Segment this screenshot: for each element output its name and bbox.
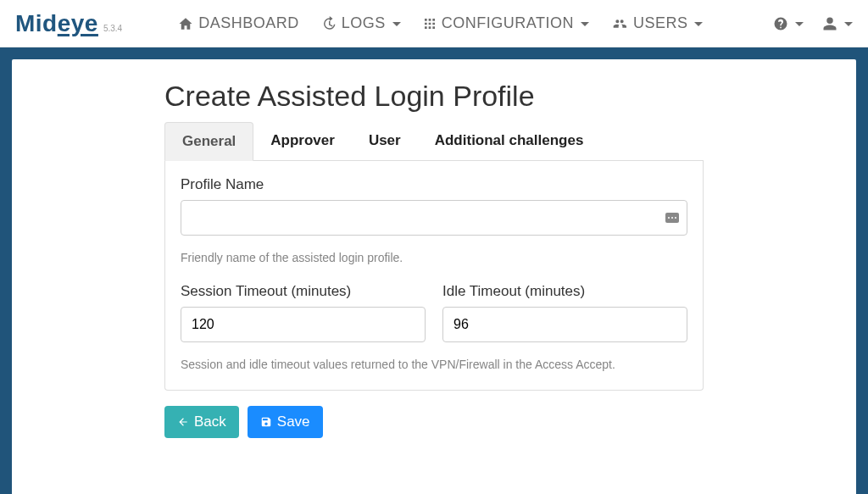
help-icon (773, 16, 788, 31)
profile-name-group: Profile Name Friendly name of the assist… (181, 176, 687, 264)
brand-logo[interactable]: Mideye 5.3.4 (15, 10, 122, 37)
idle-timeout-group: Idle Timeout (minutes) (442, 283, 687, 342)
nav-help[interactable] (773, 16, 804, 31)
ellipsis-icon[interactable] (665, 213, 679, 223)
caret-down-icon (844, 22, 853, 26)
nav-dashboard[interactable]: DASHBOARD (178, 14, 299, 32)
idle-timeout-label: Idle Timeout (minutes) (442, 283, 687, 300)
tab-approver[interactable]: Approver (253, 122, 352, 161)
nav-users-label: USERS (633, 14, 688, 32)
tab-additional[interactable]: Additional challenges (418, 122, 601, 161)
arrow-left-icon (177, 416, 189, 428)
nav-account[interactable] (822, 16, 853, 31)
tab-user[interactable]: User (352, 122, 418, 161)
profile-name-input[interactable] (181, 200, 687, 236)
nav-dashboard-label: DASHBOARD (198, 14, 299, 32)
idle-timeout-input[interactable] (442, 307, 687, 342)
tab-general[interactable]: General (164, 122, 253, 161)
brand-name: Mideye (15, 10, 98, 37)
caret-down-icon (392, 22, 401, 26)
profile-name-label: Profile Name (181, 176, 687, 193)
caret-down-icon (581, 22, 589, 26)
nav-configuration[interactable]: CONFIGURATION (423, 14, 589, 32)
timeout-row: Session Timeout (minutes) Idle Timeout (… (181, 283, 687, 342)
timeout-help: Session and idle timeout values returned… (181, 358, 687, 371)
outer-frame: Create Assisted Login Profile General Ap… (0, 47, 868, 494)
nav-right (773, 16, 853, 31)
page-title: Create Assisted Login Profile (164, 80, 704, 113)
save-button[interactable]: Save (248, 406, 323, 438)
session-timeout-label: Session Timeout (minutes) (181, 283, 426, 300)
nav-logs[interactable]: LOGS (321, 14, 401, 32)
caret-down-icon (694, 22, 703, 26)
back-button-label: Back (194, 414, 226, 430)
nav-logs-label: LOGS (342, 14, 386, 32)
tabs: General Approver User Additional challen… (164, 121, 704, 161)
nav-configuration-label: CONFIGURATION (442, 14, 574, 32)
save-button-label: Save (277, 414, 310, 430)
button-row: Back Save (164, 406, 704, 438)
profile-name-help: Friendly name of the assisted login prof… (181, 251, 687, 264)
history-icon (321, 16, 337, 31)
home-icon (178, 16, 193, 31)
session-timeout-group: Session Timeout (minutes) (181, 283, 426, 342)
user-icon (822, 16, 837, 31)
nav-users[interactable]: USERS (611, 14, 704, 32)
grid-icon (423, 17, 437, 31)
users-icon (611, 17, 628, 31)
back-button[interactable]: Back (164, 406, 239, 438)
session-timeout-input[interactable] (181, 307, 426, 342)
top-navbar: Mideye 5.3.4 DASHBOARD LOGS CONFIGURATIO… (0, 0, 868, 47)
brand-version: 5.3.4 (103, 24, 122, 33)
nav-links: DASHBOARD LOGS CONFIGURATION USERS (178, 14, 773, 32)
general-card: Profile Name Friendly name of the assist… (164, 161, 704, 391)
save-icon (260, 416, 272, 428)
main-panel: Create Assisted Login Profile General Ap… (12, 59, 856, 494)
caret-down-icon (795, 22, 804, 26)
